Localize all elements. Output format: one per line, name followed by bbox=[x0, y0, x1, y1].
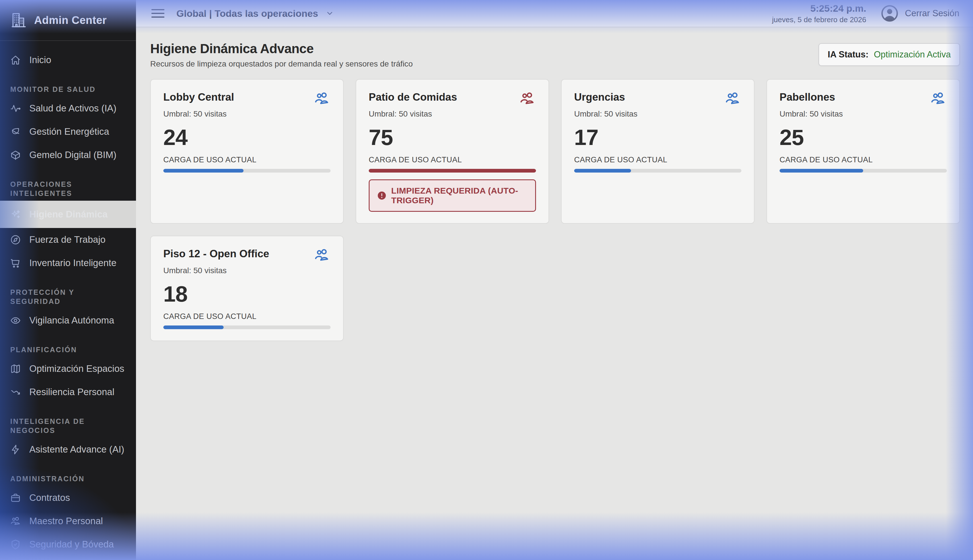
user-avatar-icon bbox=[881, 4, 899, 22]
sidebar-item-inicio[interactable]: Inicio bbox=[0, 48, 136, 72]
sidebar-item-higiene-dinamica[interactable]: Higiene Dinámica bbox=[0, 201, 136, 228]
zone-threshold: Umbral: 50 visitas bbox=[163, 109, 331, 119]
sidebar-item-contratos[interactable]: Contratos bbox=[0, 486, 136, 509]
alert-circle-icon bbox=[377, 191, 387, 200]
app-root: Admin Center Inicio MONITOR DE SALUD Sal… bbox=[0, 0, 973, 560]
ia-status-badge: IA Status: Optimización Activa bbox=[819, 43, 960, 66]
sidebar-item-label: Asistente Advance (AI) bbox=[29, 444, 124, 455]
zone-title: Piso 12 - Open Office bbox=[163, 248, 269, 260]
sidebar-item-resiliencia-personal[interactable]: Resiliencia Personal bbox=[0, 380, 136, 404]
topbar: Global | Todas las operaciones 5:25:24 p… bbox=[136, 0, 973, 27]
sidebar-item-label: Vigilancia Autónoma bbox=[29, 315, 114, 326]
sidebar-item-gemelo-digital[interactable]: Gemelo Digital (BIM) bbox=[0, 143, 136, 167]
sidebar: Admin Center Inicio MONITOR DE SALUD Sal… bbox=[0, 0, 136, 560]
zone-cards-grid: Lobby Central Umbral: 50 visitas 24 CARG… bbox=[150, 79, 960, 341]
zone-card-patio-de-comidas: Patio de Comidas Umbral: 50 visitas 75 C… bbox=[356, 79, 549, 224]
sidebar-item-fuerza-de-trabajo[interactable]: Fuerza de Trabajo bbox=[0, 228, 136, 251]
zap-icon bbox=[10, 444, 21, 455]
sidebar-item-label: Inventario Inteligente bbox=[29, 258, 116, 268]
eye-icon bbox=[10, 315, 21, 326]
load-progress-bar bbox=[369, 169, 536, 173]
users-icon bbox=[313, 91, 331, 106]
sidebar-item-label: Higiene Dinámica bbox=[29, 209, 107, 220]
sidebar-item-maestro-personal[interactable]: Maestro Personal bbox=[0, 509, 136, 533]
sidebar-item-label: Seguridad y Bóveda bbox=[29, 539, 114, 550]
load-progress-bar bbox=[163, 169, 331, 173]
shield-icon bbox=[10, 539, 21, 550]
user-avatar[interactable] bbox=[881, 4, 899, 22]
compass-icon bbox=[10, 235, 21, 245]
context-switcher[interactable]: Global | Todas las operaciones bbox=[176, 8, 334, 19]
alert-label: LIMPIEZA REQUERIDA (AUTO-TRIGGER) bbox=[391, 186, 528, 205]
zone-threshold: Umbral: 50 visitas bbox=[574, 109, 741, 119]
home-icon bbox=[10, 55, 21, 65]
ia-status-label: IA Status: bbox=[828, 50, 869, 59]
briefcase-icon bbox=[10, 493, 21, 503]
zone-title: Urgencias bbox=[574, 91, 625, 103]
building-icon bbox=[10, 12, 27, 28]
zone-load-label: CARGA DE USO ACTUAL bbox=[163, 312, 331, 321]
load-progress-fill bbox=[779, 169, 863, 173]
load-progress-fill bbox=[163, 169, 244, 173]
clock-time: 5:25:24 p.m. bbox=[772, 3, 866, 14]
sidebar-item-inventario-inteligente[interactable]: Inventario Inteligente bbox=[0, 251, 136, 275]
zone-card-lobby-central: Lobby Central Umbral: 50 visitas 24 CARG… bbox=[150, 79, 344, 224]
zone-title: Lobby Central bbox=[163, 91, 234, 103]
main-area: Global | Todas las operaciones 5:25:24 p… bbox=[136, 0, 973, 560]
page-head: Higiene Dinámica Advance Recursos de lim… bbox=[150, 41, 960, 69]
sidebar-item-salud-de-activos[interactable]: Salud de Activos (IA) bbox=[0, 97, 136, 120]
zone-threshold: Umbral: 50 visitas bbox=[369, 109, 536, 119]
content: Higiene Dinámica Advance Recursos de lim… bbox=[136, 27, 973, 560]
sidebar-item-vigilancia-autonoma[interactable]: Vigilancia Autónoma bbox=[0, 309, 136, 332]
clock-date: jueves, 5 de febrero de 2026 bbox=[772, 15, 866, 24]
sidebar-item-label: Maestro Personal bbox=[29, 516, 103, 527]
users-icon bbox=[10, 516, 21, 527]
map-icon bbox=[10, 363, 21, 374]
zone-load-label: CARGA DE USO ACTUAL bbox=[574, 155, 741, 164]
load-progress-fill bbox=[574, 169, 631, 173]
load-progress-bar bbox=[779, 169, 947, 173]
context-label: Global | Todas las operaciones bbox=[176, 8, 318, 19]
zone-threshold: Umbral: 50 visitas bbox=[163, 266, 331, 275]
zone-card-urgencias: Urgencias Umbral: 50 visitas 17 CARGA DE… bbox=[561, 79, 754, 224]
sidebar-item-optimizacion-espacios[interactable]: Optimización Espacios bbox=[0, 357, 136, 380]
zone-title: Pabellones bbox=[779, 91, 835, 103]
zone-card-pabellones: Pabellones Umbral: 50 visitas 25 CARGA D… bbox=[766, 79, 960, 224]
sidebar-nav: Inicio MONITOR DE SALUD Salud de Activos… bbox=[0, 41, 136, 556]
menu-toggle-button[interactable] bbox=[151, 9, 164, 18]
zone-load-label: CARGA DE USO ACTUAL bbox=[369, 155, 536, 164]
sparkles-icon bbox=[10, 209, 21, 220]
sidebar-item-label: Salud de Activos (IA) bbox=[29, 103, 116, 114]
sidebar-item-label: Inicio bbox=[29, 55, 51, 65]
sidebar-item-asistente-advance[interactable]: Asistente Advance (AI) bbox=[0, 438, 136, 461]
app-title: Admin Center bbox=[34, 14, 107, 27]
clock: 5:25:24 p.m. jueves, 5 de febrero de 202… bbox=[772, 3, 866, 24]
logout-button[interactable]: Cerrar Sesión bbox=[905, 8, 960, 18]
cube-icon bbox=[10, 150, 21, 160]
topbar-right: 5:25:24 p.m. jueves, 5 de febrero de 202… bbox=[772, 3, 960, 24]
zone-load-label: CARGA DE USO ACTUAL bbox=[779, 155, 947, 164]
sidebar-item-gestion-energetica[interactable]: Gestión Energética bbox=[0, 120, 136, 143]
activity-icon bbox=[10, 103, 21, 114]
sidebar-item-label: Fuerza de Trabajo bbox=[29, 234, 105, 245]
sidebar-section-inteligencia-de-negocios: INTELIGENCIA DE NEGOCIOS bbox=[0, 417, 136, 435]
zone-card-piso-12-open-office: Piso 12 - Open Office Umbral: 50 visitas… bbox=[150, 236, 344, 341]
users-icon bbox=[724, 91, 741, 106]
trending-down-icon bbox=[10, 387, 21, 397]
zone-threshold: Umbral: 50 visitas bbox=[779, 109, 947, 119]
load-progress-fill bbox=[369, 169, 536, 173]
zone-current-load-value: 24 bbox=[163, 125, 331, 150]
sidebar-item-label: Contratos bbox=[29, 492, 70, 503]
chevron-down-icon bbox=[326, 9, 334, 18]
zone-title: Patio de Comidas bbox=[369, 91, 457, 103]
load-progress-bar bbox=[574, 169, 741, 173]
sidebar-section-planificacion: PLANIFICACIÓN bbox=[0, 345, 136, 354]
sidebar-section-operaciones-inteligentes: OPERACIONES INTELIGENTES bbox=[0, 180, 136, 198]
page-subtitle: Recursos de limpieza orquestados por dem… bbox=[150, 59, 413, 69]
sidebar-section-monitor-de-salud: MONITOR DE SALUD bbox=[0, 85, 136, 94]
zone-current-load-value: 17 bbox=[574, 125, 741, 150]
sidebar-item-seguridad-y-boveda[interactable]: Seguridad y Bóveda bbox=[0, 533, 136, 556]
sidebar-item-label: Resiliencia Personal bbox=[29, 387, 114, 397]
sidebar-item-label: Gemelo Digital (BIM) bbox=[29, 150, 116, 160]
users-icon bbox=[929, 91, 947, 106]
